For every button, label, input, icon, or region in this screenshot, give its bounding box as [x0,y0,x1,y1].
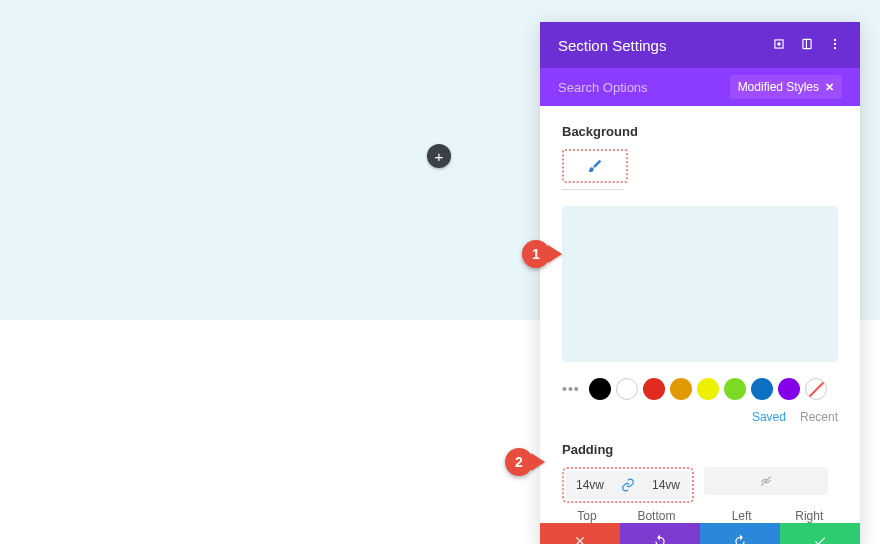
cancel-button[interactable] [540,523,620,544]
add-section-button[interactable]: + [427,144,451,168]
search-input[interactable]: Search Options [558,80,648,95]
kebab-menu-icon[interactable] [828,37,842,54]
tab-recent[interactable]: Recent [800,410,838,424]
panel-title: Section Settings [558,37,666,54]
callout-2-tail [531,453,545,471]
padding-bottom-input[interactable] [642,471,690,499]
save-button[interactable] [780,523,860,544]
svg-point-5 [834,42,836,44]
color-palette-row: ••• [562,378,838,400]
callout-2-bubble: 2 [505,448,533,476]
settings-panel: Section Settings Search Options Modified… [540,22,860,544]
callout-1: 1 [522,240,562,268]
padding-sublabels: Top Bottom Left Right [562,509,838,523]
swatch-lime[interactable] [724,378,746,400]
swatch-blue[interactable] [751,378,773,400]
padding-section: Padding Top B [562,442,838,523]
padding-left-right-group [704,467,828,495]
swatch-none[interactable] [805,378,827,400]
swatch-orange[interactable] [670,378,692,400]
padding-label: Padding [562,442,838,457]
tab-saved[interactable]: Saved [752,410,786,424]
swatch-yellow[interactable] [697,378,719,400]
modified-styles-filter[interactable]: Modified Styles ✕ [730,75,842,99]
svg-point-4 [834,38,836,40]
padding-top-bottom-group [562,467,694,503]
background-label: Background [562,124,838,139]
palette-more-icon[interactable]: ••• [562,381,580,397]
background-color-tab[interactable] [568,155,622,177]
background-color-preview[interactable] [562,206,838,362]
callout-1-tail [548,245,562,263]
expand-icon[interactable] [772,37,786,54]
modified-styles-label: Modified Styles [738,80,819,94]
swatch-purple[interactable] [778,378,800,400]
padding-top-sublabel: Top [562,509,612,523]
padding-top-input[interactable] [566,471,614,499]
swatch-white[interactable] [616,378,638,400]
padding-bottom-sublabel: Bottom [622,509,691,523]
panel-body: Background ••• Saved Recent Padding [540,106,860,523]
palette-tabs: Saved Recent [562,410,838,424]
padding-left-sublabel: Left [713,509,771,523]
redo-button[interactable] [700,523,780,544]
swatch-red[interactable] [643,378,665,400]
undo-button[interactable] [620,523,700,544]
padding-right-sublabel: Right [780,509,838,523]
swatch-black[interactable] [589,378,611,400]
background-option-highlight [562,149,628,183]
panel-footer [540,523,860,544]
responsive-icon[interactable] [800,37,814,54]
svg-point-6 [834,46,836,48]
padding-left-input[interactable] [704,467,752,495]
panel-header: Section Settings [540,22,860,68]
close-icon[interactable]: ✕ [825,81,834,94]
link-top-bottom-icon[interactable] [614,471,642,499]
callout-2: 2 [505,448,545,476]
callout-1-bubble: 1 [522,240,550,268]
padding-right-input[interactable] [780,467,828,495]
svg-point-1 [778,42,780,44]
link-left-right-icon[interactable] [752,467,780,495]
svg-rect-3 [806,39,807,48]
underline-decor [562,189,624,190]
search-row: Search Options Modified Styles ✕ [540,68,860,106]
